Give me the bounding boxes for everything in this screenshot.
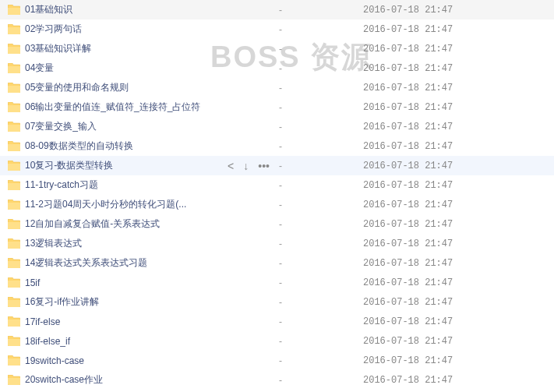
folder-icon [8, 375, 20, 385]
file-size: - [279, 5, 363, 16]
file-row[interactable]: 07变量交换_输入-2016-07-18 21:47 [0, 117, 554, 136]
file-date: 2016-07-18 21:47 [363, 24, 554, 35]
file-size: - [279, 238, 363, 249]
file-row[interactable]: 15if-2016-07-18 21:47 [0, 273, 554, 292]
file-row[interactable]: 13逻辑表达式-2016-07-18 21:47 [0, 234, 554, 253]
file-size: - [279, 258, 363, 269]
file-row[interactable]: 08-09数据类型的自动转换-2016-07-18 21:47 [0, 136, 554, 156]
folder-icon [8, 200, 20, 210]
file-row[interactable]: 10复习-数据类型转换<↓•••-2016-07-18 21:47 [0, 156, 554, 175]
file-list: 01基础知识-2016-07-18 21:4702学习两句话-2016-07-1… [0, 0, 554, 392]
file-name: 03基础知识详解 [25, 42, 212, 55]
file-date: 2016-07-18 21:47 [363, 122, 554, 132]
more-icon[interactable]: ••• [258, 160, 270, 172]
file-size: - [279, 316, 363, 327]
file-size: - [279, 102, 363, 113]
file-row[interactable]: 17if-else-2016-07-18 21:47 [0, 312, 554, 331]
folder-icon [8, 63, 20, 73]
file-date: 2016-07-18 21:47 [363, 200, 554, 210]
file-size: - [279, 141, 363, 152]
file-name: 18if-else_if [25, 336, 212, 347]
file-size: - [279, 219, 363, 230]
file-name: 02学习两句话 [25, 23, 212, 36]
file-name: 01基础知识 [25, 3, 212, 16]
file-row[interactable]: 04变量-2016-07-18 21:47 [0, 58, 554, 78]
file-row[interactable]: 14逻辑表达式关系表达式习题-2016-07-18 21:47 [0, 253, 554, 273]
file-date: 2016-07-18 21:47 [363, 238, 554, 249]
file-name: 07变量交换_输入 [25, 120, 212, 133]
file-date: 2016-07-18 21:47 [363, 297, 554, 308]
file-name: 19switch-case [25, 355, 212, 366]
file-size: - [279, 336, 363, 347]
folder-icon [8, 238, 20, 249]
folder-icon [8, 5, 20, 15]
file-date: 2016-07-18 21:47 [363, 258, 554, 269]
file-size: - [279, 200, 363, 210]
file-size: - [279, 83, 363, 94]
file-row[interactable]: 11-2习题04周天小时分秒的转化习题(...-2016-07-18 21:47 [0, 195, 554, 214]
file-date: 2016-07-18 21:47 [363, 316, 554, 327]
folder-icon [8, 355, 20, 366]
file-size: - [279, 122, 363, 132]
share-icon[interactable]: < [228, 160, 234, 172]
file-date: 2016-07-18 21:47 [363, 336, 554, 347]
file-date: 2016-07-18 21:47 [363, 355, 554, 366]
folder-icon [8, 122, 20, 132]
file-name: 06输出变量的值连_赋值符_连接符_占位符 [25, 101, 212, 114]
file-row[interactable]: 19switch-case-2016-07-18 21:47 [0, 351, 554, 370]
folder-icon [8, 102, 20, 112]
folder-icon [8, 336, 20, 346]
file-row[interactable]: 16复习-if作业讲解-2016-07-18 21:47 [0, 292, 554, 312]
file-name: 14逻辑表达式关系表达式习题 [25, 256, 212, 270]
file-date: 2016-07-18 21:47 [363, 44, 554, 55]
file-size: - [279, 63, 363, 74]
file-name: 04变量 [25, 62, 212, 75]
folder-icon [8, 83, 20, 93]
file-size: - [279, 277, 363, 288]
file-date: 2016-07-18 21:47 [363, 141, 554, 152]
file-size: - [279, 375, 363, 386]
folder-icon [8, 141, 20, 151]
file-row[interactable]: 12自加自减复合赋值-关系表达式-2016-07-18 21:47 [0, 214, 554, 234]
file-name: 11-2习题04周天小时分秒的转化习题(... [25, 198, 212, 211]
file-size: - [279, 24, 363, 35]
file-size: - [279, 44, 363, 55]
file-row[interactable]: 05变量的使用和命名规则-2016-07-18 21:47 [0, 78, 554, 97]
file-name: 08-09数据类型的自动转换 [25, 139, 212, 153]
folder-icon [8, 44, 20, 54]
folder-icon [8, 258, 20, 268]
folder-icon [8, 277, 20, 288]
file-size: - [279, 161, 363, 171]
file-row[interactable]: 01基础知识-2016-07-18 21:47 [0, 0, 554, 19]
file-row[interactable]: 11-1try-catch习题-2016-07-18 21:47 [0, 175, 554, 195]
file-date: 2016-07-18 21:47 [363, 161, 554, 171]
file-date: 2016-07-18 21:47 [363, 102, 554, 113]
file-name: 15if [25, 277, 212, 288]
file-row[interactable]: 03基础知识详解-2016-07-18 21:47 [0, 39, 554, 58]
file-date: 2016-07-18 21:47 [363, 83, 554, 94]
file-name: 17if-else [25, 316, 212, 327]
file-size: - [279, 297, 363, 308]
file-row[interactable]: 20switch-case作业-2016-07-18 21:47 [0, 370, 554, 390]
folder-icon [8, 180, 20, 190]
file-date: 2016-07-18 21:47 [363, 180, 554, 191]
file-row[interactable]: 02学习两句话-2016-07-18 21:47 [0, 19, 554, 39]
file-date: 2016-07-18 21:47 [363, 219, 554, 230]
file-row[interactable]: 18if-else_if-2016-07-18 21:47 [0, 331, 554, 351]
file-date: 2016-07-18 21:47 [363, 277, 554, 288]
download-icon[interactable]: ↓ [243, 160, 249, 172]
file-date: 2016-07-18 21:47 [363, 375, 554, 386]
file-name: 11-1try-catch习题 [25, 178, 212, 192]
folder-icon [8, 24, 20, 34]
file-name: 05变量的使用和命名规则 [25, 81, 212, 94]
file-name: 10复习-数据类型转换 [25, 159, 212, 172]
folder-icon [8, 161, 20, 171]
file-name: 16复习-if作业讲解 [25, 295, 212, 309]
file-date: 2016-07-18 21:47 [363, 5, 554, 16]
folder-icon [8, 316, 20, 327]
row-actions: <↓••• [212, 160, 279, 172]
file-name: 12自加自减复合赋值-关系表达式 [25, 217, 212, 231]
file-date: 2016-07-18 21:47 [363, 63, 554, 74]
file-row[interactable]: 06输出变量的值连_赋值符_连接符_占位符-2016-07-18 21:47 [0, 97, 554, 117]
file-size: - [279, 355, 363, 366]
